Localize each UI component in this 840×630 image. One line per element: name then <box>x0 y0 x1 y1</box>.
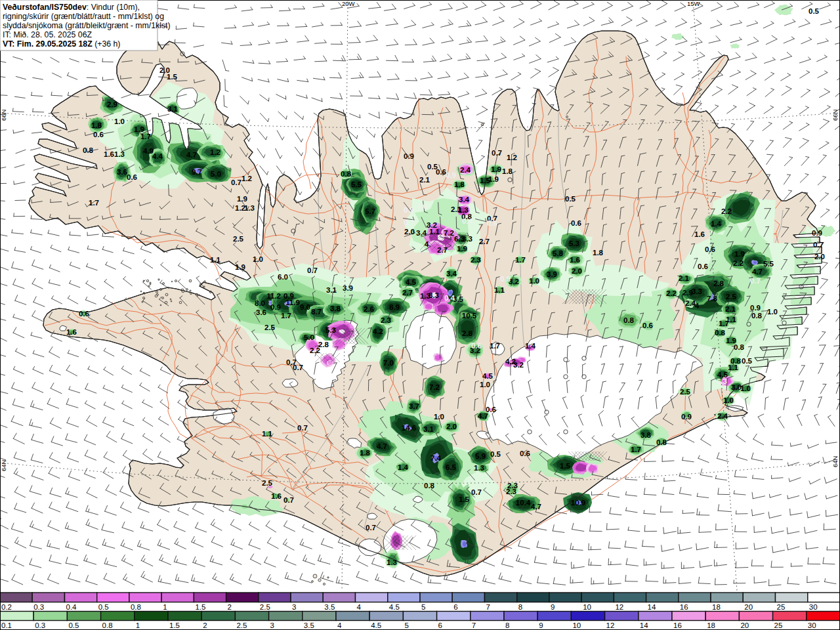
svg-text:2.5: 2.5 <box>260 603 270 611</box>
svg-text:0.7: 0.7 <box>231 178 242 186</box>
svg-text:2.4: 2.4 <box>460 166 471 174</box>
svg-text:5.0: 5.0 <box>211 170 221 178</box>
svg-text:1.0: 1.0 <box>434 413 444 421</box>
svg-text:1: 1 <box>163 603 167 611</box>
svg-text:1.0: 1.0 <box>253 255 263 263</box>
svg-text:0.6: 0.6 <box>698 262 708 270</box>
svg-text:15W: 15W <box>687 0 700 7</box>
svg-text:1.7: 1.7 <box>140 133 151 140</box>
svg-text:1.7: 1.7 <box>281 312 291 320</box>
svg-text:1.0: 1.0 <box>767 308 778 316</box>
svg-text:2.0: 2.0 <box>814 253 825 261</box>
svg-text:30: 30 <box>809 603 818 611</box>
svg-text:2.3: 2.3 <box>471 256 481 264</box>
svg-text:4.5: 4.5 <box>482 372 494 380</box>
svg-text:5.7: 5.7 <box>365 207 375 215</box>
svg-text:7.8: 7.8 <box>707 295 718 303</box>
svg-text:0.9: 0.9 <box>404 152 414 160</box>
svg-text:1.6: 1.6 <box>694 230 705 238</box>
svg-text:1.0: 1.0 <box>740 385 751 392</box>
svg-text:1.6: 1.6 <box>271 492 282 500</box>
svg-text:1.3: 1.3 <box>420 292 430 300</box>
svg-text:1.7: 1.7 <box>719 320 729 327</box>
svg-text:0.6: 0.6 <box>571 219 581 227</box>
svg-text:1.9: 1.9 <box>734 250 745 258</box>
svg-text:16: 16 <box>680 603 688 611</box>
svg-text:1.7: 1.7 <box>631 446 641 453</box>
svg-text:1.9: 1.9 <box>237 195 247 203</box>
svg-text:10.4: 10.4 <box>516 499 531 507</box>
svg-text:10.5: 10.5 <box>462 312 477 320</box>
svg-text:9.7: 9.7 <box>192 168 202 176</box>
svg-text:0.8: 0.8 <box>715 329 726 337</box>
svg-text:0.3: 0.3 <box>33 603 44 611</box>
svg-text:66N: 66N <box>0 109 7 121</box>
svg-text:0.8: 0.8 <box>131 603 141 611</box>
svg-text:4.5: 4.5 <box>406 278 417 286</box>
svg-text:1.4: 1.4 <box>398 463 409 471</box>
svg-text:0.5: 0.5 <box>68 621 79 629</box>
svg-text:7.0: 7.0 <box>383 359 394 367</box>
svg-text:0.6: 0.6 <box>93 131 104 138</box>
svg-text:1.0: 1.0 <box>723 396 734 404</box>
svg-text:10.9: 10.9 <box>571 499 585 507</box>
svg-text:2.6: 2.6 <box>364 305 374 313</box>
svg-text:0.5: 0.5 <box>808 7 820 15</box>
svg-text:0.8: 0.8 <box>102 621 113 629</box>
svg-text:3.2: 3.2 <box>513 361 524 369</box>
svg-text:slydda/snjókoma (grátt/bleikt/: slydda/snjókoma (grátt/bleikt/grænt - mm… <box>3 21 171 30</box>
svg-text:1.1: 1.1 <box>494 286 505 294</box>
svg-text:5.8: 5.8 <box>553 249 564 257</box>
svg-text:1.3: 1.3 <box>387 558 397 566</box>
svg-text:7: 7 <box>472 621 476 629</box>
svg-text:20W: 20W <box>342 0 355 7</box>
svg-text:25: 25 <box>774 621 783 629</box>
svg-text:7.2: 7.2 <box>429 383 440 391</box>
svg-text:7.2: 7.2 <box>444 229 454 237</box>
svg-text:0.7: 0.7 <box>813 241 824 249</box>
svg-text:5.3: 5.3 <box>326 326 336 334</box>
svg-text:0.7: 0.7 <box>471 488 482 496</box>
svg-text:0.7: 0.7 <box>307 266 318 274</box>
svg-text:1.1: 1.1 <box>210 256 221 264</box>
svg-text:8: 8 <box>505 621 509 629</box>
svg-text:1.9: 1.9 <box>488 175 499 183</box>
svg-text:1.8: 1.8 <box>502 167 513 175</box>
svg-text:0.6: 0.6 <box>705 245 715 253</box>
svg-text:3.5: 3.5 <box>304 621 314 629</box>
svg-text:2.0: 2.0 <box>404 228 415 236</box>
svg-text:6.3: 6.3 <box>717 377 727 385</box>
svg-text:1.9: 1.9 <box>235 263 245 271</box>
svg-text:0.9: 0.9 <box>681 413 692 421</box>
svg-text:Veðurstofan/IS750dev: Vindur (: Veðurstofan/IS750dev: Vindur (10m), <box>3 3 140 12</box>
svg-text:2.8: 2.8 <box>462 329 473 337</box>
svg-text:10: 10 <box>572 621 581 629</box>
svg-text:16: 16 <box>673 621 682 629</box>
svg-text:2.0: 2.0 <box>446 423 457 430</box>
svg-text:4.7: 4.7 <box>186 151 197 159</box>
svg-text:3.4: 3.4 <box>446 270 457 278</box>
svg-text:7.4: 7.4 <box>430 454 442 462</box>
svg-text:2.1: 2.1 <box>419 176 430 184</box>
svg-text:0.8: 0.8 <box>83 146 94 154</box>
svg-text:2.7: 2.7 <box>402 289 413 297</box>
svg-text:0.8: 0.8 <box>341 170 352 178</box>
svg-text:1.0: 1.0 <box>114 117 125 125</box>
svg-text:11.2: 11.2 <box>266 292 281 300</box>
svg-text:2.5: 2.5 <box>264 324 276 331</box>
svg-text:0.7: 0.7 <box>297 424 308 432</box>
svg-text:0.6: 0.6 <box>79 310 89 318</box>
svg-text:25: 25 <box>777 603 786 611</box>
svg-text:1.1: 1.1 <box>728 364 739 371</box>
svg-text:0.6: 0.6 <box>642 322 653 329</box>
svg-text:9: 9 <box>539 621 543 629</box>
svg-text:9.0: 9.0 <box>300 303 310 311</box>
svg-text:3.3: 3.3 <box>462 235 472 243</box>
svg-text:1.8: 1.8 <box>593 249 604 257</box>
svg-text:1.5: 1.5 <box>560 462 571 470</box>
svg-text:0.4: 0.4 <box>444 294 455 302</box>
svg-text:0.5: 0.5 <box>490 450 501 458</box>
svg-text:0.4: 0.4 <box>66 603 77 611</box>
svg-text:2.7: 2.7 <box>437 246 448 254</box>
svg-text:IT: Mið. 28. 05. 2025 06Z: IT: Mið. 28. 05. 2025 06Z <box>3 30 93 39</box>
